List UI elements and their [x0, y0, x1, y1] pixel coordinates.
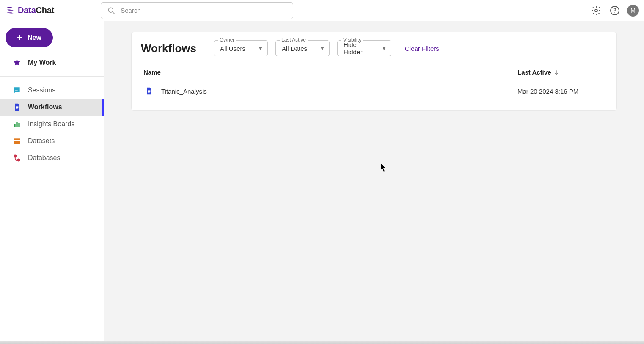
sidebar-item-my-work[interactable]: My Work [0, 54, 104, 71]
row-last-active: Mar 20 2024 3:16 PM [517, 88, 606, 95]
sidebar-item-label: Databases [28, 154, 61, 162]
sidebar-item-sessions[interactable]: Sessions [0, 82, 104, 99]
chevron-down-icon: ▾ [321, 44, 324, 52]
filter-last-active: Last Active All Dates ▾ [275, 40, 330, 56]
sidebar-item-databases[interactable]: Databases [0, 150, 104, 166]
settings-button[interactable] [590, 4, 603, 17]
help-button[interactable] [608, 4, 621, 17]
help-icon [610, 6, 620, 16]
star-icon [13, 58, 21, 67]
sidebar-item-label: Workflows [28, 103, 62, 111]
svg-point-16 [14, 155, 16, 157]
svg-line-1 [113, 12, 115, 14]
sidebar-item-workflows[interactable]: Workflows [0, 99, 104, 116]
svg-rect-18 [148, 90, 151, 91]
svg-point-17 [18, 159, 20, 161]
svg-rect-12 [18, 123, 19, 127]
search-box[interactable] [101, 2, 293, 19]
plus-icon: + [17, 33, 22, 42]
column-last-active-header[interactable]: Last Active [517, 69, 606, 76]
window-border-bottom [0, 341, 644, 344]
sidebar-item-label: Datasets [28, 137, 55, 145]
brand-logo-icon [5, 6, 15, 16]
table-header: Name Last Active [132, 65, 616, 80]
filter-owner-value: All Users [220, 45, 245, 52]
row-name: Titanic_Analysis [161, 88, 517, 95]
svg-rect-20 [148, 92, 150, 93]
filter-last-active-value: All Dates [282, 45, 307, 52]
search-icon [107, 6, 116, 15]
topbar-actions: M [590, 4, 639, 17]
svg-rect-15 [17, 141, 20, 144]
column-name-header[interactable]: Name [143, 69, 517, 76]
workflows-table: Name Last Active Titanic_Analysis Mar 20… [132, 65, 616, 102]
svg-rect-13 [14, 138, 20, 140]
sort-descending-icon [553, 69, 559, 75]
filter-owner-label: Owner [218, 37, 236, 43]
sidebar-item-label: My Work [28, 59, 56, 67]
sidebar-item-label: Sessions [28, 86, 55, 94]
svg-rect-6 [15, 90, 18, 90]
table-icon [13, 137, 21, 145]
doc-icon [144, 86, 154, 96]
card-header: Workflows Owner All Users ▾ Last Active … [132, 32, 616, 61]
top-bar: DataChat [0, 0, 644, 21]
svg-rect-19 [148, 91, 151, 92]
sidebar-divider [0, 76, 104, 77]
svg-rect-7 [16, 106, 19, 107]
svg-point-0 [109, 8, 113, 12]
connection-icon [13, 154, 21, 162]
search-input[interactable] [121, 7, 287, 14]
svg-rect-11 [16, 122, 17, 127]
brand-logo[interactable]: DataChat [5, 6, 54, 16]
user-avatar[interactable]: M [627, 5, 639, 17]
svg-rect-14 [14, 141, 17, 144]
sidebar: + New My Work Sessions Workflows Insight… [0, 21, 104, 341]
svg-rect-8 [16, 107, 19, 108]
page-title: Workflows [141, 42, 198, 55]
gear-icon [591, 6, 601, 16]
svg-rect-9 [16, 108, 18, 109]
brand-logo-text: DataChat [18, 6, 54, 15]
table-row[interactable]: Titanic_Analysis Mar 20 2024 3:16 PM [132, 80, 616, 102]
filter-visibility-label: Visibility [341, 37, 363, 43]
filter-owner: Owner All Users ▾ [214, 40, 268, 56]
sidebar-item-label: Insights Boards [28, 120, 74, 128]
new-button[interactable]: + New [6, 28, 53, 47]
chevron-down-icon: ▾ [383, 44, 386, 52]
bar-chart-icon [13, 120, 21, 128]
new-button-label: New [28, 34, 41, 42]
sidebar-item-datasets[interactable]: Datasets [0, 133, 104, 150]
doc-icon [13, 103, 21, 111]
avatar-initial: M [630, 7, 636, 14]
chat-icon [13, 86, 21, 94]
main-content: Workflows Owner All Users ▾ Last Active … [104, 21, 644, 341]
filter-visibility: Visibility Hide Hidden ▾ [337, 40, 391, 56]
svg-rect-5 [15, 89, 19, 89]
chevron-down-icon: ▾ [259, 44, 262, 52]
divider [206, 40, 206, 57]
svg-point-4 [614, 12, 615, 13]
clear-filters-button[interactable]: Clear Filters [405, 45, 439, 52]
svg-point-2 [595, 9, 597, 12]
filter-last-active-label: Last Active [280, 37, 308, 43]
filter-visibility-value: Hide Hidden [344, 41, 375, 55]
workflows-card: Workflows Owner All Users ▾ Last Active … [131, 32, 617, 111]
svg-rect-10 [14, 124, 15, 127]
sidebar-item-insights-boards[interactable]: Insights Boards [0, 116, 104, 133]
column-last-active-label: Last Active [517, 69, 551, 76]
